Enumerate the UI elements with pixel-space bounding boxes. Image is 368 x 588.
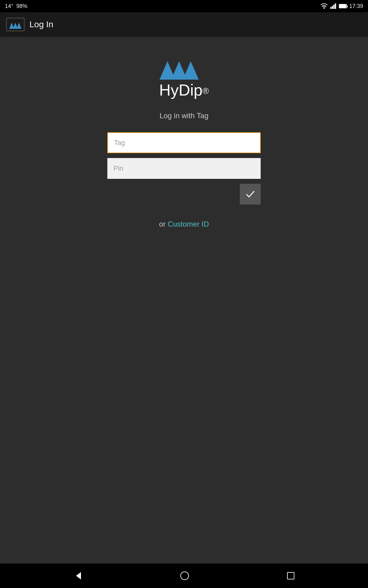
hydip-small-logo-icon (9, 20, 21, 29)
svg-marker-6 (17, 23, 21, 29)
svg-rect-0 (330, 7, 332, 9)
home-icon (180, 571, 190, 581)
logo-container: HyDip® (159, 55, 209, 99)
svg-rect-3 (335, 3, 336, 9)
back-icon (73, 571, 83, 581)
app-bar-logo (6, 18, 25, 31)
nav-bar (0, 564, 368, 588)
brand-name: HyDip® (159, 81, 209, 99)
or-text: or (159, 220, 168, 228)
battery-percent-display: 98% (16, 3, 27, 9)
temperature-display: 14° (5, 3, 13, 9)
login-subtitle: Log in with Tag (159, 111, 209, 120)
battery-icon (339, 4, 347, 8)
submit-button[interactable] (240, 184, 261, 205)
svg-rect-1 (332, 6, 333, 9)
app-bar: Log In (0, 12, 368, 37)
svg-marker-10 (76, 572, 81, 579)
pin-input[interactable] (107, 158, 261, 179)
customer-id-link[interactable]: Customer ID (168, 220, 209, 228)
back-button[interactable] (73, 571, 83, 581)
tag-input[interactable] (107, 132, 261, 153)
svg-marker-9 (183, 61, 199, 80)
svg-rect-12 (287, 572, 294, 579)
time-display: 17:39 (349, 3, 363, 9)
hydip-logo-icon (159, 55, 209, 80)
registered-symbol: ® (202, 86, 209, 96)
brand-name-hy: Hy (159, 81, 179, 99)
wifi-icon (320, 3, 328, 9)
status-bar-right: 17:39 (320, 3, 363, 9)
login-form (107, 132, 261, 220)
status-bar: 14° 98% 17:39 (0, 0, 368, 12)
brand-name-dip: Dip (178, 81, 202, 99)
status-bar-left: 14° 98% (5, 3, 27, 9)
signal-icon (330, 3, 336, 9)
home-button[interactable] (180, 571, 190, 581)
main-content: HyDip® Log in with Tag or Customer ID (0, 37, 368, 564)
app-bar-title: Log In (29, 20, 53, 29)
recent-apps-button[interactable] (286, 571, 295, 580)
svg-point-11 (181, 572, 189, 580)
recent-apps-icon (286, 571, 295, 580)
customer-id-row: or Customer ID (159, 220, 209, 228)
checkmark-icon (246, 191, 255, 198)
svg-rect-2 (333, 5, 335, 9)
